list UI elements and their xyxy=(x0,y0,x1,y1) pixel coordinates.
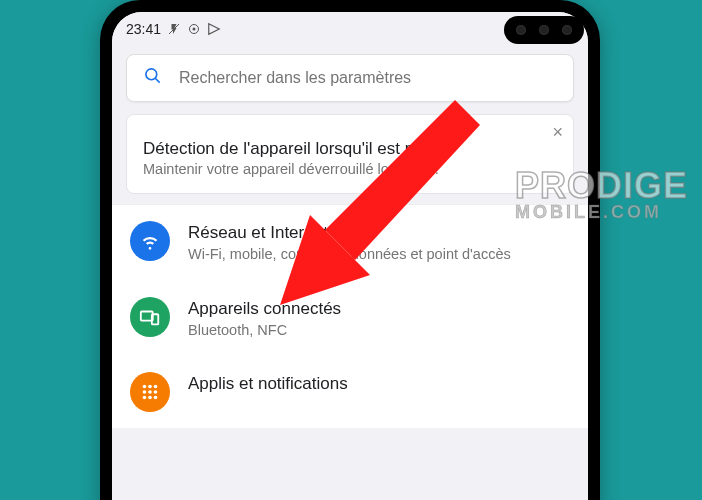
svg-point-12 xyxy=(154,385,158,389)
data-off-icon xyxy=(167,22,181,36)
svg-point-16 xyxy=(143,396,147,400)
settings-list: Réseau et Internet Wi-Fi, mobile, conso … xyxy=(112,204,588,428)
card-title: Détection de l'appareil lorsqu'il est po… xyxy=(143,139,557,159)
camera-cutout xyxy=(504,16,584,44)
svg-point-17 xyxy=(148,396,152,400)
svg-point-14 xyxy=(148,390,152,394)
row-subtitle: Bluetooth, NFC xyxy=(188,321,570,341)
svg-point-6 xyxy=(146,69,157,80)
svg-point-18 xyxy=(154,396,158,400)
row-subtitle: Wi-Fi, mobile, conso des données et poin… xyxy=(188,245,570,265)
screen: 23:41 75 % xyxy=(112,12,588,500)
row-network[interactable]: Réseau et Internet Wi-Fi, mobile, conso … xyxy=(112,205,588,281)
svg-point-10 xyxy=(143,385,147,389)
svg-point-15 xyxy=(154,390,158,394)
search-placeholder: Rechercher dans les paramètres xyxy=(179,69,411,87)
location-icon xyxy=(187,22,201,36)
search-icon xyxy=(143,66,163,90)
settings-search[interactable]: Rechercher dans les paramètres xyxy=(126,54,574,102)
row-title: Applis et notifications xyxy=(188,374,570,394)
apps-icon xyxy=(130,372,170,412)
close-icon[interactable]: × xyxy=(552,123,563,141)
svg-point-1 xyxy=(193,28,196,31)
play-icon xyxy=(207,22,221,36)
row-devices[interactable]: Appareils connectés Bluetooth, NFC xyxy=(112,281,588,357)
wifi-icon xyxy=(130,221,170,261)
row-apps[interactable]: Applis et notifications xyxy=(112,356,588,428)
devices-icon xyxy=(130,297,170,337)
svg-point-11 xyxy=(148,385,152,389)
row-title: Réseau et Internet xyxy=(188,223,570,243)
svg-point-13 xyxy=(143,390,147,394)
row-title: Appareils connectés xyxy=(188,299,570,319)
svg-line-7 xyxy=(156,79,160,83)
card-subtitle: Maintenir votre appareil déverrouillé lo… xyxy=(143,161,557,177)
suggestion-card[interactable]: × Détection de l'appareil lorsqu'il est … xyxy=(126,114,574,194)
clock: 23:41 xyxy=(126,21,161,37)
phone-frame: 23:41 75 % xyxy=(100,0,600,500)
